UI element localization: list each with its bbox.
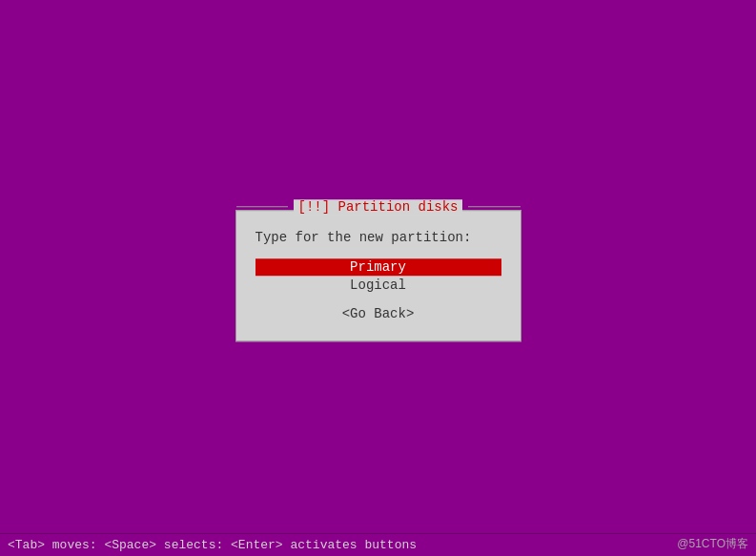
options-list: Primary Logical bbox=[255, 258, 501, 293]
dialog-title-bar: [!!] Partition disks bbox=[236, 199, 521, 215]
option-logical[interactable]: Logical bbox=[255, 278, 501, 293]
dialog-content: Type for the new partition: Primary Logi… bbox=[255, 230, 501, 321]
title-line-left bbox=[236, 206, 289, 207]
dialog: [!!] Partition disks Type for the new pa… bbox=[235, 210, 521, 341]
dialog-prompt: Type for the new partition: bbox=[255, 230, 472, 245]
option-primary[interactable]: Primary bbox=[255, 258, 501, 276]
go-back-button[interactable]: <Go Back> bbox=[342, 306, 415, 321]
status-bar: <Tab> moves: <Space> selects: <Enter> ac… bbox=[0, 533, 756, 556]
dialog-wrapper: [!!] Partition disks Type for the new pa… bbox=[235, 210, 521, 341]
watermark: @51CTO博客 bbox=[677, 536, 748, 552]
desktop: [!!] Partition disks Type for the new pa… bbox=[0, 0, 756, 556]
status-bar-text: <Tab> moves: <Space> selects: <Enter> ac… bbox=[8, 538, 417, 552]
dialog-title: [!!] Partition disks bbox=[294, 199, 461, 215]
title-line-right bbox=[468, 206, 521, 207]
